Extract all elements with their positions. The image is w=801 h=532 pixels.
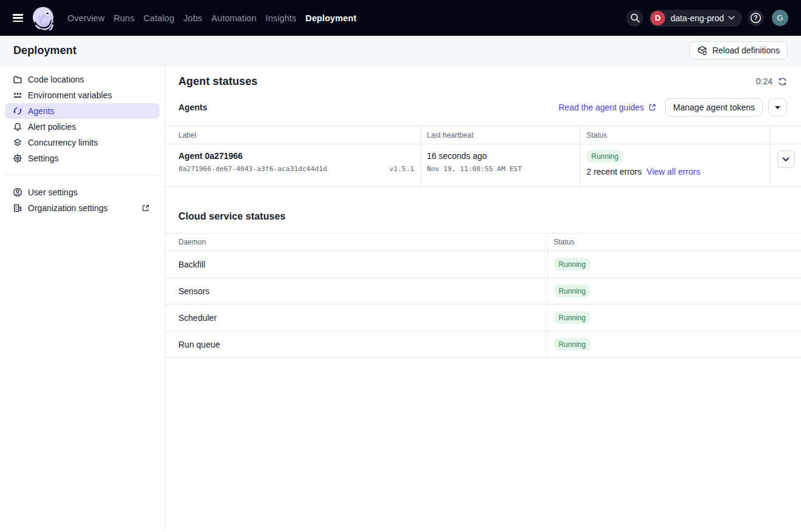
agent-errors-text: 2 recent errors — [587, 167, 642, 177]
user-circle-icon — [13, 187, 22, 197]
user-avatar[interactable]: G — [772, 10, 788, 26]
agents-table-header: Label Last heartbeat Status — [165, 126, 801, 144]
read-agent-guides-label: Read the agent guides — [558, 103, 644, 112]
refresh-icon[interactable] — [778, 77, 787, 86]
page-title: Deployment — [13, 44, 76, 57]
agent-heartbeat-relative: 16 seconds ago — [427, 150, 573, 162]
org-switcher[interactable]: D data-eng-prod — [649, 10, 742, 27]
sidebar-item-label: Alert policies — [28, 122, 76, 132]
sidebar-item-label: Code locations — [28, 75, 84, 84]
col-label: Label — [165, 126, 421, 144]
help-button[interactable]: ? — [748, 10, 764, 26]
daemon-row: Sensors Running — [165, 278, 801, 305]
agent-heartbeat-time: Nov 19, 11:00:55 AM EST — [427, 165, 573, 173]
col-daemon: Daemon — [165, 234, 547, 251]
top-navbar: Overview Runs Catalog Jobs Automation In… — [0, 0, 801, 36]
nav-item-jobs[interactable]: Jobs — [183, 13, 202, 23]
agent-statuses-title: Agent statuses — [178, 75, 257, 88]
chevron-down-icon — [728, 16, 735, 20]
manage-agent-tokens-label: Manage agent tokens — [673, 103, 755, 112]
col-status: Status — [580, 126, 770, 144]
org-name: data-eng-prod — [671, 13, 724, 23]
sidebar-item-environment-variables[interactable]: Environment variables — [5, 87, 160, 103]
gear-icon — [13, 153, 22, 163]
sidebar-item-label: User settings — [28, 187, 78, 197]
daemon-row: Scheduler Running — [165, 305, 801, 331]
daemon-name: Sensors — [165, 278, 547, 305]
dagster-octopus-logo[interactable] — [33, 6, 55, 30]
folder-icon — [13, 75, 22, 84]
refresh-countdown: 0:24 — [756, 76, 787, 86]
reload-definitions-button[interactable]: Reload definitions — [689, 41, 788, 59]
countdown-value: 0:24 — [756, 76, 772, 86]
page-header: Deployment Reload definitions — [0, 36, 801, 66]
daemon-name: Run queue — [165, 331, 547, 358]
env-vars-icon — [13, 90, 22, 100]
col-actions — [770, 126, 801, 144]
sidebar-item-settings[interactable]: Settings — [5, 150, 160, 166]
daemon-status-badge: Running — [554, 285, 591, 297]
sidebar-item-label: Concurrency limits — [28, 138, 98, 147]
sidebar-item-label: Organization settings — [28, 203, 108, 213]
org-avatar: D — [651, 11, 665, 25]
agents-more-actions-button[interactable] — [768, 98, 787, 116]
agent-label: Agent 0a271966 — [178, 150, 414, 162]
manage-agent-tokens-button[interactable]: Manage agent tokens — [665, 98, 763, 116]
nav-item-catalog[interactable]: Catalog — [143, 13, 174, 23]
chevron-down-icon — [782, 157, 789, 162]
daemons-table: Daemon Status Backfill Running Sensors R… — [165, 233, 801, 358]
agent-version: v1.5.1 — [390, 165, 414, 173]
read-agent-guides-link[interactable]: Read the agent guides — [558, 103, 657, 112]
hamburger-icon[interactable] — [13, 14, 23, 22]
layers-icon — [13, 138, 22, 147]
sidebar-item-agents[interactable]: Agents — [5, 103, 160, 119]
agent-expand-button[interactable] — [777, 150, 795, 168]
external-link-icon — [648, 103, 657, 112]
col-last-heartbeat: Last heartbeat — [421, 126, 580, 144]
main-content: Agent statuses 0:24 Agents Read the agen… — [165, 66, 801, 531]
sidebar-item-user-settings[interactable]: User settings — [5, 184, 160, 200]
sidebar-divider — [5, 175, 160, 175]
sidebar-item-label: Environment variables — [28, 90, 112, 100]
daemon-row: Run queue Running — [165, 331, 801, 358]
agent-row: Agent 0a271966 0a271966-de67-4043-a3f6-a… — [165, 144, 801, 187]
agents-sync-icon — [13, 106, 22, 116]
nav-item-insights[interactable]: Insights — [266, 13, 297, 23]
col-daemon-status: Status — [547, 234, 801, 251]
sidebar-item-alert-policies[interactable]: Alert policies — [5, 119, 160, 135]
sidebar-item-code-locations[interactable]: Code locations — [5, 72, 160, 87]
sidebar-item-organization-settings[interactable]: Organization settings — [5, 200, 160, 216]
bell-icon — [13, 122, 22, 132]
daemon-status-badge: Running — [554, 258, 591, 271]
sidebar-item-label: Agents — [28, 106, 55, 116]
search-button[interactable] — [626, 10, 643, 27]
nav-item-automation[interactable]: Automation — [211, 13, 256, 23]
agents-section-title: Agents — [178, 103, 207, 112]
agent-status-badge: Running — [587, 150, 624, 163]
search-icon — [630, 13, 640, 23]
reload-package-icon — [697, 45, 708, 56]
daemon-status-badge: Running — [554, 338, 591, 351]
nav-item-runs[interactable]: Runs — [113, 13, 134, 23]
external-link-icon — [141, 204, 150, 212]
daemon-row: Backfill Running — [165, 251, 801, 278]
daemon-name: Scheduler — [165, 305, 547, 331]
view-all-errors-link[interactable]: View all errors — [647, 167, 700, 177]
sidebar-item-label: Settings — [28, 153, 59, 163]
reload-definitions-label: Reload definitions — [712, 45, 780, 55]
primary-nav: Overview Runs Catalog Jobs Automation In… — [67, 13, 365, 23]
nav-item-overview[interactable]: Overview — [67, 13, 104, 23]
building-icon — [13, 203, 22, 213]
daemons-table-header: Daemon Status — [165, 234, 801, 251]
deployment-sidebar: Code locations Environment variables Age… — [0, 66, 165, 531]
daemon-name: Backfill — [165, 251, 547, 278]
svg-text:?: ? — [754, 14, 757, 21]
caret-down-icon — [775, 106, 780, 109]
agents-table: Label Last heartbeat Status Agent 0a2719… — [165, 126, 801, 187]
help-icon: ? — [750, 12, 762, 24]
sidebar-item-concurrency-limits[interactable]: Concurrency limits — [5, 135, 160, 150]
nav-item-deployment[interactable]: Deployment — [305, 13, 356, 23]
cloud-service-statuses-title: Cloud service statuses — [178, 210, 787, 223]
agent-id: 0a271966-de67-4043-a3f6-aca31dc44d1d — [178, 165, 327, 173]
daemon-status-badge: Running — [554, 311, 591, 324]
